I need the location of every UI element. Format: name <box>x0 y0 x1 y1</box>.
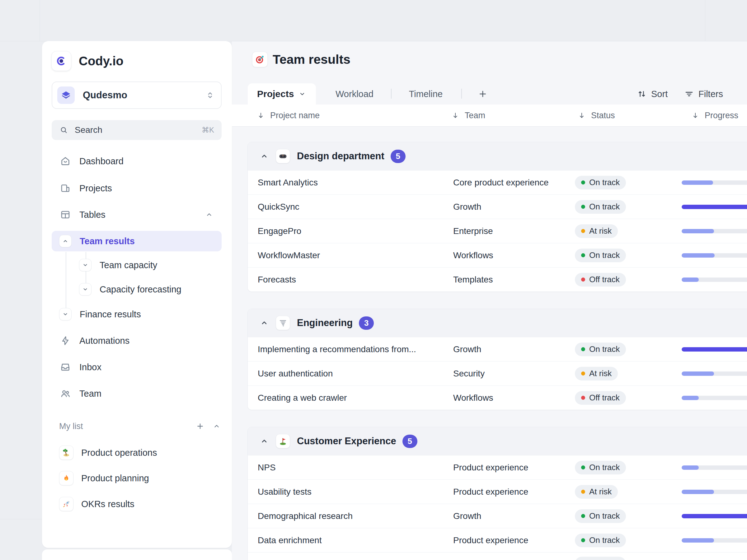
status-label: On track <box>589 511 620 521</box>
table-row[interactable]: EngageProEnterpriseAt risk <box>248 219 747 243</box>
top-strip-divider-left <box>40 0 40 41</box>
column-label: Project name <box>270 111 320 121</box>
collapse-group-chevron-up-icon[interactable] <box>260 319 269 327</box>
team-cell: Growth <box>453 344 481 354</box>
status-cell: On track <box>575 343 626 356</box>
progress-fill <box>681 514 747 518</box>
tab-workload[interactable]: Workload <box>324 83 386 105</box>
progress-bar <box>681 229 747 233</box>
projects-icon <box>60 183 71 193</box>
status-cell: At risk <box>575 224 618 238</box>
team-cell: Templates <box>453 275 493 285</box>
status-cell: On track <box>575 461 626 475</box>
sidebar-item-capacity-forecasting[interactable]: Capacity forecasting <box>52 279 222 300</box>
status-dot-icon <box>581 538 585 542</box>
sidebar-item-automations[interactable]: Automations <box>52 330 222 351</box>
table-row[interactable]: Creating a web crawlerWorkflowsOff track <box>248 385 747 410</box>
group-header[interactable]: Engineering3 <box>248 309 747 337</box>
collapse-group-chevron-up-icon[interactable] <box>260 152 269 160</box>
sidebar-item-product-operations[interactable]: Product operations <box>59 443 222 463</box>
table-row[interactable]: WorkflowMasterWorkflowsOn track <box>248 243 747 267</box>
sidebar-item-label: OKRs results <box>81 499 134 509</box>
chevron-up-icon[interactable] <box>205 211 213 218</box>
sidebar-item-projects[interactable]: Projects <box>52 178 222 198</box>
project-name-cell: EngagePro <box>258 226 301 236</box>
sidebar-item-inbox[interactable]: Inbox <box>52 357 222 377</box>
sidebar-item-product-planning[interactable]: Product planning <box>59 468 222 488</box>
sidebar-item-label: Product operations <box>81 448 157 458</box>
sidebar-item-label: Automations <box>79 336 129 346</box>
table-row[interactable]: Demographical researchGrowthOn track <box>248 504 747 528</box>
column-header-status[interactable]: Status <box>578 105 615 126</box>
table-row[interactable] <box>248 552 747 560</box>
group-header[interactable]: Customer Experience5 <box>248 427 747 455</box>
status-label: Off track <box>589 275 620 284</box>
project-name-cell: QuickSync <box>258 202 300 212</box>
project-name-cell: Creating a web crawler <box>258 393 347 403</box>
workspace-selector[interactable]: Qudesmo <box>52 81 222 109</box>
collapse-chevron-up-icon[interactable] <box>59 235 72 247</box>
status-label: On track <box>589 463 620 472</box>
team-cell: Workflows <box>453 393 493 403</box>
table-row[interactable]: User authenticationSecurityAt risk <box>248 361 747 385</box>
status-label: On track <box>589 250 620 260</box>
group-card: Engineering3Implementing a recommendatio… <box>248 309 747 410</box>
column-header-row: Project name Team Status Progress <box>232 105 747 127</box>
progress-bar <box>681 490 747 494</box>
group-header[interactable]: Design department5 <box>248 142 747 170</box>
status-cell: On track <box>575 248 626 262</box>
status-badge: On track <box>575 248 626 262</box>
status-dot-icon <box>581 277 585 282</box>
collapse-group-chevron-up-icon[interactable] <box>260 437 269 445</box>
table-row[interactable]: Implementing a recommendations from...Gr… <box>248 337 747 361</box>
add-view-button[interactable] <box>475 87 490 101</box>
page-emoji-target-icon <box>252 52 268 67</box>
filter-icon <box>684 89 694 99</box>
sort-button[interactable]: Sort <box>637 83 668 105</box>
table-row[interactable]: QuickSyncGrowthOn track <box>248 194 747 219</box>
add-list-icon[interactable] <box>196 422 204 430</box>
column-header-project-name[interactable]: Project name <box>257 105 320 126</box>
status-dot-icon <box>581 347 585 351</box>
project-name-cell: NPS <box>258 463 276 473</box>
progress-bar <box>681 514 747 518</box>
progress-fill <box>681 181 713 185</box>
expand-chevron-down-icon[interactable] <box>79 283 92 296</box>
expand-chevron-down-icon[interactable] <box>59 308 72 320</box>
sidebar-item-dashboard[interactable]: Dashboard <box>52 151 222 171</box>
sidebar-item-finance-results[interactable]: Finance results <box>52 304 222 324</box>
sidebar-item-tables[interactable]: Tables <box>52 205 222 225</box>
filters-button[interactable]: Filters <box>684 83 723 105</box>
tab-divider <box>391 89 391 99</box>
table-row[interactable]: Data enrichmentProduct experienceOn trac… <box>248 528 747 552</box>
status-badge: Off track <box>575 273 626 287</box>
progress-bar <box>681 465 747 470</box>
status-dot-icon <box>581 371 585 375</box>
search-input[interactable]: Search ⌘K <box>52 120 222 140</box>
column-label: Status <box>591 111 615 121</box>
team-cell: Growth <box>453 511 481 521</box>
sidebar-item-okrs-results[interactable]: OKRs results <box>59 494 222 514</box>
tab-timeline[interactable]: Timeline <box>395 83 457 105</box>
tab-projects[interactable]: Projects <box>248 83 316 105</box>
sidebar-item-team-capacity[interactable]: Team capacity <box>52 255 222 275</box>
column-header-team[interactable]: Team <box>452 105 485 126</box>
status-badge: On track <box>575 176 626 189</box>
sidebar-item-team[interactable]: Team <box>52 383 222 404</box>
project-name-cell: Demographical research <box>258 511 353 521</box>
project-name-cell: Implementing a recommendations from... <box>258 344 416 354</box>
table-row[interactable]: Smart AnalyticsCore product experienceOn… <box>248 170 747 194</box>
my-list-title: My list <box>59 422 83 431</box>
sidebar-item-label: Projects <box>79 183 112 193</box>
group-emoji-golf-icon <box>276 434 290 448</box>
collapse-list-chevron-up-icon[interactable] <box>213 423 221 430</box>
table-row[interactable]: NPSProduct experienceOn track <box>248 455 747 479</box>
group-card: Customer Experience5NPSProduct experienc… <box>248 427 747 560</box>
expand-chevron-down-icon[interactable] <box>79 259 92 271</box>
sidebar-item-team-results[interactable]: Team results <box>52 231 222 251</box>
column-header-progress[interactable]: Progress <box>692 105 738 126</box>
table-row[interactable]: ForecastsTemplatesOff track <box>248 267 747 292</box>
arrow-down-icon <box>257 112 264 119</box>
table-row[interactable]: Usability testsProduct experienceAt risk <box>248 479 747 504</box>
progress-fill <box>681 465 699 470</box>
